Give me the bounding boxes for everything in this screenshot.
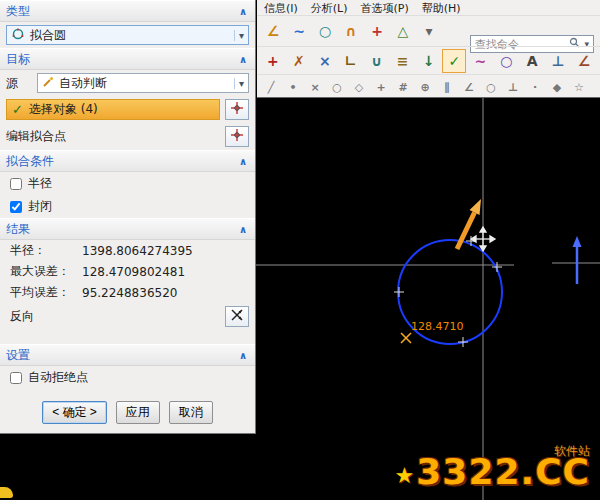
section-title: 设置	[6, 347, 30, 364]
fit-circle-icon	[11, 27, 25, 44]
more-tools-icon[interactable]: ▾	[417, 19, 441, 43]
menu-item-analysis[interactable]: 分析(L)	[311, 1, 348, 16]
type-dropdown[interactable]: 拟合圆 ▾	[6, 25, 249, 45]
crosshair-icon	[230, 101, 244, 118]
snap-quadrant-icon[interactable]: ◇	[349, 78, 369, 97]
menu-item-information[interactable]: 信息(I)	[264, 1, 298, 16]
fillet-icon[interactable]: ∪	[365, 49, 389, 73]
point-dialog-button[interactable]	[225, 99, 249, 120]
polygon-tool-icon[interactable]: △	[391, 19, 415, 43]
spline-icon[interactable]: ~	[468, 49, 492, 73]
snap-mid-icon[interactable]: •	[283, 78, 303, 97]
chevron-up-icon[interactable]: ∧	[239, 54, 247, 65]
section-header-results[interactable]: 结果 ∧	[0, 218, 255, 240]
edit-fit-points-button[interactable]	[225, 126, 249, 147]
reverse-direction-button[interactable]	[225, 306, 249, 327]
grid-icon[interactable]: #	[393, 78, 413, 97]
cancel-button[interactable]: 取消	[169, 401, 213, 424]
watermark-subtext: 软件站	[554, 443, 590, 460]
tangent-icon[interactable]: ○	[481, 78, 501, 97]
ellipse-icon[interactable]: ○	[494, 49, 518, 73]
check-icon: ✓	[12, 102, 23, 117]
closed-checkbox[interactable]	[10, 201, 22, 213]
top-toolbar-area: 信息(I) 分析(L) 首选项(P) 帮助(H) 查找命令 ▾ ∠~○∩+△▾ …	[257, 0, 600, 98]
quick-trim-icon[interactable]: ×	[313, 49, 337, 73]
chevron-down-icon: ▾	[234, 78, 244, 89]
chevron-up-icon[interactable]: ∧	[239, 224, 247, 235]
result-label: 半径：	[10, 242, 82, 259]
offset-curve-icon[interactable]: ≡	[391, 49, 415, 73]
select-objects-row[interactable]: ✓ 选择对象 (4)	[6, 99, 220, 120]
source-dropdown-value: 自动判断	[59, 75, 107, 92]
result-value-avg-error: 95.2248836520	[82, 286, 177, 300]
section-title: 类型	[6, 3, 30, 20]
arc-tool-icon[interactable]: ∩	[339, 19, 363, 43]
star-icon: ★	[395, 463, 415, 488]
reverse-icon	[230, 308, 244, 325]
snap-center-icon[interactable]: ○	[327, 78, 347, 97]
point-tool-icon[interactable]: +	[365, 19, 389, 43]
menu-item-help[interactable]: 帮助(H)	[422, 1, 461, 16]
infer-icon	[42, 76, 54, 91]
curve-icon[interactable]: ~	[287, 19, 311, 43]
sketch-icon[interactable]: ∠	[261, 19, 285, 43]
snap-end-icon[interactable]: ╱	[261, 78, 281, 97]
angle-snap-icon[interactable]: ∠	[459, 78, 479, 97]
parallel-icon[interactable]: ∥	[437, 78, 457, 97]
chevron-up-icon[interactable]: ∧	[239, 156, 247, 167]
result-label: 最大误差：	[10, 263, 82, 280]
star-icon[interactable]: ☆	[569, 78, 589, 97]
menubar: 信息(I) 分析(L) 首选项(P) 帮助(H)	[257, 0, 600, 15]
toolbar-row-main: 查找命令 ▾ ∠~○∩+△▾	[257, 15, 600, 46]
wcs-icon[interactable]: ⊕	[415, 78, 435, 97]
section-title: 拟合条件	[6, 153, 54, 170]
perpendicular-icon[interactable]: ⊥	[546, 49, 570, 73]
fit-curve-icon[interactable]: ✓	[442, 49, 466, 73]
corner-icon[interactable]: ∟	[339, 49, 363, 73]
source-label: 源	[6, 75, 32, 92]
chevron-down-icon: ▾	[234, 30, 244, 41]
ok-button[interactable]: < 确定 >	[42, 401, 107, 424]
apply-button[interactable]: 应用	[116, 401, 160, 424]
snap-point-icon[interactable]: +	[371, 78, 391, 97]
result-label: 平均误差：	[10, 284, 82, 301]
chevron-up-icon[interactable]: ∧	[239, 350, 247, 361]
edit-fit-points-label: 编辑拟合点	[6, 128, 220, 145]
circle-tool-icon[interactable]: ○	[313, 19, 337, 43]
section-header-target[interactable]: 目标 ∧	[0, 48, 255, 70]
section-title: 结果	[6, 221, 30, 238]
dimension-label: 128.4710	[411, 320, 464, 333]
source-dropdown[interactable]: 自动判断 ▾	[37, 73, 249, 93]
radius-checkbox-label: 半径	[28, 175, 52, 192]
dot-icon[interactable]: ·	[525, 78, 545, 97]
section-header-type[interactable]: 类型 ∧	[0, 0, 255, 22]
radius-checkbox[interactable]	[10, 178, 22, 190]
plus-icon[interactable]: +	[261, 49, 285, 73]
toolbar-row-snap: ╱•×○◇+#⊕∥∠○⊥·◆☆	[257, 74, 600, 99]
result-value-max-error: 128.4709802481	[82, 265, 185, 279]
site-watermark: ★ 软件站 3322.CC	[395, 456, 590, 488]
trim-icon[interactable]: ✗	[287, 49, 311, 73]
crosshair-icon	[230, 128, 244, 145]
type-dropdown-value: 拟合圆	[30, 27, 66, 44]
project-curve-icon[interactable]: ↓	[417, 49, 441, 73]
fit-curve-dialog: 类型 ∧ 拟合圆 ▾ 目标 ∧ 源 自动判断 ▾ ✓ 选择对象 (4) 编辑拟合…	[0, 0, 256, 434]
normal-icon[interactable]: ⊥	[503, 78, 523, 97]
reverse-label: 反向	[10, 308, 220, 325]
auto-reject-checkbox[interactable]	[10, 372, 22, 384]
section-title: 目标	[6, 51, 30, 68]
snap-intersect-icon[interactable]: ×	[305, 78, 325, 97]
text-tool-icon[interactable]: A	[520, 49, 544, 73]
diamond-icon[interactable]: ◆	[547, 78, 567, 97]
select-objects-label: 选择对象 (4)	[29, 101, 98, 118]
toolbar-row-curve: +✗×∟∪≡↓✓~○A⊥∠	[257, 46, 600, 74]
section-header-conditions[interactable]: 拟合条件 ∧	[0, 150, 255, 172]
auto-reject-label: 自动拒绝点	[28, 369, 88, 386]
section-header-settings[interactable]: 设置 ∧	[0, 344, 255, 366]
result-value-radius: 1398.8064274395	[82, 244, 193, 258]
closed-checkbox-label: 封闭	[28, 198, 52, 215]
angle-tool-icon[interactable]: ∠	[572, 49, 596, 73]
chevron-up-icon[interactable]: ∧	[239, 6, 247, 17]
menu-item-preferences[interactable]: 首选项(P)	[361, 1, 409, 16]
